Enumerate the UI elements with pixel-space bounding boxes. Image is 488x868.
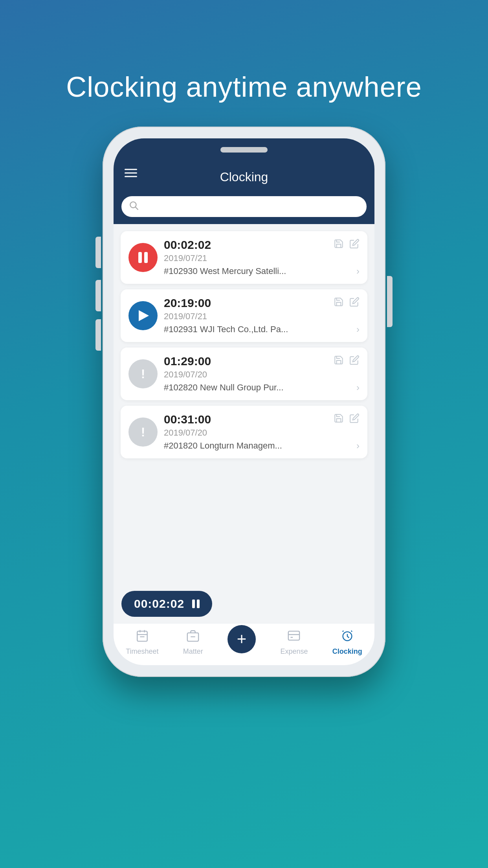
entry-info: 00:02:02 (164, 238, 360, 277)
app-header: Clocking (114, 138, 374, 191)
pause-icon-red[interactable] (128, 243, 158, 272)
nav-item-expense[interactable]: Expense (280, 629, 308, 656)
save-icon[interactable] (334, 297, 344, 310)
app-title: Clocking (220, 170, 268, 184)
nav-item-timesheet[interactable]: Timesheet (126, 629, 158, 656)
entry-info: 01:29:00 (164, 355, 360, 393)
nav-label-matter: Matter (183, 647, 203, 656)
alert-icon-grey-2[interactable]: ! (128, 417, 158, 447)
timer-display: 00:02:02 (134, 597, 184, 611)
matter-icon (186, 629, 200, 645)
alert-icon-grey[interactable]: ! (128, 359, 158, 388)
search-icon (128, 200, 139, 213)
phone-screen: Clocking (114, 138, 374, 665)
search-bar[interactable] (121, 196, 367, 217)
entry-time: 20:19:00 (164, 296, 360, 310)
entry-date: 2019/07/21 (164, 311, 360, 322)
entry-card: ! 01:29:00 (121, 348, 367, 400)
speaker-notch (220, 147, 268, 153)
svg-rect-2 (137, 631, 147, 642)
entry-time: 00:31:00 (164, 413, 360, 426)
save-icon[interactable] (334, 355, 344, 368)
clocking-icon (341, 629, 354, 645)
edit-icon[interactable] (349, 355, 360, 368)
nav-label-expense: Expense (280, 647, 308, 656)
play-icon-blue[interactable] (128, 301, 158, 330)
save-icon[interactable] (334, 413, 344, 426)
chevron-right-icon: › (356, 266, 360, 277)
entries-list: 00:02:02 (114, 224, 374, 585)
nav-label-clocking: Clocking (332, 647, 362, 656)
exclamation-icon: ! (141, 425, 145, 440)
entry-time: 00:02:02 (164, 238, 360, 252)
search-input[interactable] (143, 200, 360, 213)
entry-date: 2019/07/21 (164, 253, 360, 263)
entry-date: 2019/07/20 (164, 428, 360, 438)
chevron-right-icon: › (356, 382, 360, 393)
timesheet-icon (136, 629, 149, 645)
headline: Clocking anytime anywhere (66, 71, 422, 103)
entry-card: 20:19:00 (121, 289, 367, 342)
save-icon[interactable] (334, 239, 344, 252)
chevron-right-icon: › (356, 440, 360, 451)
edit-icon[interactable] (349, 297, 360, 310)
entry-desc[interactable]: #102931 WJI Tech Co.,Ltd. Pa... › (164, 324, 360, 335)
hamburger-icon[interactable] (125, 169, 137, 177)
entry-desc[interactable]: #102930 West Mercury Satelli... › (164, 266, 360, 277)
entry-desc[interactable]: #102820 New Null Group Pur... › (164, 382, 360, 393)
chevron-right-icon: › (356, 324, 360, 335)
entry-card: ! 00:31:00 (121, 406, 367, 458)
exclamation-icon: ! (141, 367, 145, 381)
phone-mockup: Clocking (103, 127, 385, 677)
nav-item-clocking[interactable]: Clocking (332, 629, 362, 656)
entry-info: 20:19:00 (164, 296, 360, 335)
svg-rect-9 (288, 631, 299, 640)
entry-card: 00:02:02 (121, 231, 367, 284)
expense-icon (287, 629, 301, 645)
timer-pause-icon[interactable] (192, 600, 200, 608)
entry-info: 00:31:00 (164, 413, 360, 451)
entry-date: 2019/07/20 (164, 370, 360, 380)
edit-icon[interactable] (349, 239, 360, 252)
edit-icon[interactable] (349, 413, 360, 426)
entry-desc[interactable]: #201820 Longturn Managem... › (164, 440, 360, 451)
bottom-nav: Timesheet Matter + (114, 623, 374, 665)
svg-line-1 (136, 207, 138, 210)
timer-bar: 00:02:02 (114, 585, 374, 623)
nav-plus-button[interactable]: + (227, 625, 256, 653)
nav-label-timesheet: Timesheet (126, 647, 158, 656)
entry-time: 01:29:00 (164, 355, 360, 368)
timer-pill[interactable]: 00:02:02 (121, 591, 212, 617)
nav-item-matter[interactable]: Matter (183, 629, 203, 656)
search-bar-wrap (114, 191, 374, 224)
